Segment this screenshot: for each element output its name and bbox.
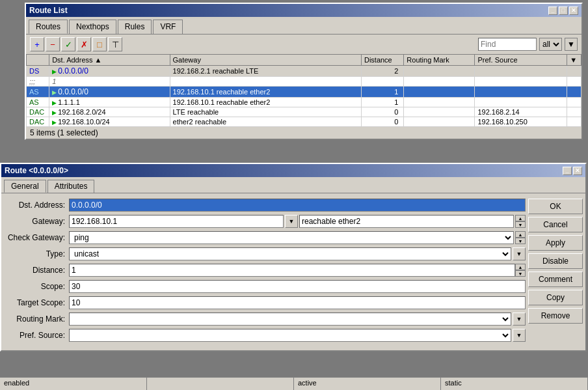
gateway-status-input[interactable] xyxy=(299,215,514,228)
comment-button[interactable]: Comment xyxy=(528,272,583,287)
check-gateway-row: Check Gateway: ping arp none ▲ ▼ xyxy=(4,231,526,244)
cell-pref-source xyxy=(475,98,567,107)
check-gateway-scroll: ▲ ▼ xyxy=(515,231,526,244)
tab-rules[interactable]: Rules xyxy=(118,20,152,34)
cell-type: ;;; xyxy=(27,77,49,87)
cell-gateway: ether2 reachable xyxy=(170,117,361,127)
tab-routes[interactable]: Routes xyxy=(29,20,68,34)
route-list-title: Route List xyxy=(29,6,68,15)
gateway-row: Gateway: ▼ ▲ ▼ xyxy=(4,215,526,228)
route-list-titlebar: Route List _ □ ✕ xyxy=(26,4,581,17)
form-area: Dst. Address: Gateway: ▼ ▲ ▼ Check xyxy=(4,199,526,345)
ok-button[interactable]: OK xyxy=(528,199,583,214)
scope-row: Scope: xyxy=(4,280,526,293)
cell-routing-mark xyxy=(404,87,475,98)
check-gw-scroll-down[interactable]: ▼ xyxy=(515,238,526,244)
find-dropdown-btn[interactable]: ▼ xyxy=(565,38,578,51)
detail-close-button[interactable]: ✕ xyxy=(573,167,582,175)
dst-address-input[interactable] xyxy=(69,199,526,212)
table-row[interactable]: AS ▶1.1.1.1 192.168.10.1 reachable ether… xyxy=(27,98,581,107)
find-area: all ▼ xyxy=(478,38,578,51)
scope-input[interactable] xyxy=(69,280,526,293)
cell-extra xyxy=(567,117,581,127)
gateway-dropdown-btn[interactable]: ▼ xyxy=(285,215,298,228)
distance-scroll-up[interactable]: ▲ xyxy=(515,264,526,270)
table-row[interactable]: AS ▶0.0.0.0/0 192.168.10.1 reachable eth… xyxy=(27,87,581,98)
detail-minimize-button[interactable]: _ xyxy=(563,167,572,175)
table-row[interactable]: DS ▶0.0.0.0/0 192.168.2.1 reachable LTE … xyxy=(27,66,581,77)
status-active: active xyxy=(294,378,441,390)
gateway-input[interactable] xyxy=(69,215,284,228)
close-button[interactable]: ✕ xyxy=(569,7,578,15)
cell-pref-source: 192.168.2.14 xyxy=(475,107,567,117)
table-row[interactable]: DAC ▶192.168.2.0/24 LTE reachable 0 192.… xyxy=(27,107,581,117)
apply-button[interactable]: ✓ xyxy=(61,37,75,51)
cell-gateway: 192.168.10.1 reachable ether2 xyxy=(170,98,361,107)
tab-nexthops[interactable]: Nexthops xyxy=(69,20,116,34)
distance-input[interactable] xyxy=(69,264,515,277)
check-gw-scroll-up[interactable]: ▲ xyxy=(515,231,526,238)
tab-attributes[interactable]: Attributes xyxy=(47,180,95,193)
col-dst[interactable]: Dst. Address ▲ xyxy=(49,55,170,66)
route-list-tabs: Routes Nexthops Rules VRF xyxy=(26,17,581,35)
cell-gateway xyxy=(170,77,361,87)
status-footer: enabled active static xyxy=(0,377,588,390)
table-row[interactable]: ;;; 1 xyxy=(27,77,581,87)
cell-type: AS xyxy=(27,87,49,98)
routing-mark-group: ▼ xyxy=(69,313,526,326)
distance-scroll-down[interactable]: ▼ xyxy=(515,270,526,277)
route-list-toolbar: + − ✓ ✗ □ ⊤ all ▼ xyxy=(26,35,581,54)
find-input[interactable] xyxy=(478,38,537,51)
cell-pref-source xyxy=(475,87,567,98)
gateway-scroll-up[interactable]: ▲ xyxy=(515,215,526,221)
disable-button[interactable]: Disable xyxy=(528,253,583,269)
cell-distance: 1 xyxy=(361,87,403,98)
col-filter-dropdown[interactable]: ▼ xyxy=(567,55,581,66)
col-gateway[interactable]: Gateway xyxy=(170,55,361,66)
cell-extra xyxy=(567,98,581,107)
filter-button[interactable]: ⊤ xyxy=(108,37,122,51)
minimize-button[interactable]: _ xyxy=(548,7,557,15)
cancel-button[interactable]: ✗ xyxy=(77,37,91,51)
scope-label: Scope: xyxy=(4,282,69,291)
tab-vrf[interactable]: VRF xyxy=(153,20,183,34)
col-pref-source[interactable]: Pref. Source xyxy=(475,55,567,66)
action-buttons: OK Cancel Apply Disable Comment Copy Rem… xyxy=(528,199,583,345)
cell-type: AS xyxy=(27,98,49,107)
cell-extra xyxy=(567,107,581,117)
remove-button[interactable]: − xyxy=(46,37,60,51)
detail-titlebar-buttons: _ ✕ xyxy=(563,167,582,175)
type-select[interactable]: unicast blackhole unreachable prohibit xyxy=(69,247,511,260)
gateway-scroll-down[interactable]: ▼ xyxy=(515,221,526,228)
target-scope-row: Target Scope: xyxy=(4,296,526,309)
routing-mark-dropdown-btn[interactable]: ▼ xyxy=(513,313,526,326)
route-table: Dst. Address ▲ Gateway Distance Routing … xyxy=(26,54,581,127)
maximize-button[interactable]: □ xyxy=(559,7,568,15)
col-distance[interactable]: Distance xyxy=(361,55,403,66)
pref-source-dropdown-btn[interactable]: ▼ xyxy=(513,329,526,342)
cell-address: ▶192.168.10.0/24 xyxy=(49,117,170,127)
pref-source-select[interactable] xyxy=(69,329,511,342)
find-select[interactable]: all xyxy=(539,38,562,51)
apply-detail-button[interactable]: Apply xyxy=(528,235,583,251)
route-detail-title: Route <0.0.0.0/0> xyxy=(5,166,68,175)
copy-button[interactable]: □ xyxy=(92,37,107,51)
add-button[interactable]: + xyxy=(30,37,44,51)
status-static: static xyxy=(441,378,588,390)
cell-distance: 0 xyxy=(361,107,403,117)
cell-pref-source xyxy=(475,66,567,77)
type-dropdown-btn[interactable]: ▼ xyxy=(513,247,526,260)
remove-button[interactable]: Remove xyxy=(528,308,583,324)
check-gateway-group: ping arp none ▲ ▼ xyxy=(69,231,526,244)
cell-gateway: 192.168.2.1 reachable LTE xyxy=(170,66,361,77)
copy-detail-button[interactable]: Copy xyxy=(528,290,583,305)
tab-general[interactable]: General xyxy=(4,180,46,193)
target-scope-input[interactable] xyxy=(69,296,526,309)
route-detail-window: Route <0.0.0.0/0> _ ✕ General Attributes… xyxy=(0,163,587,352)
routing-mark-select[interactable] xyxy=(69,313,511,326)
col-routing-mark[interactable]: Routing Mark xyxy=(404,55,475,66)
check-gateway-select[interactable]: ping arp none xyxy=(69,231,514,244)
cancel-detail-button[interactable]: Cancel xyxy=(528,217,583,232)
type-group: unicast blackhole unreachable prohibit ▼ xyxy=(69,247,526,260)
table-row[interactable]: DAC ▶192.168.10.0/24 ether2 reachable 0 … xyxy=(27,117,581,127)
